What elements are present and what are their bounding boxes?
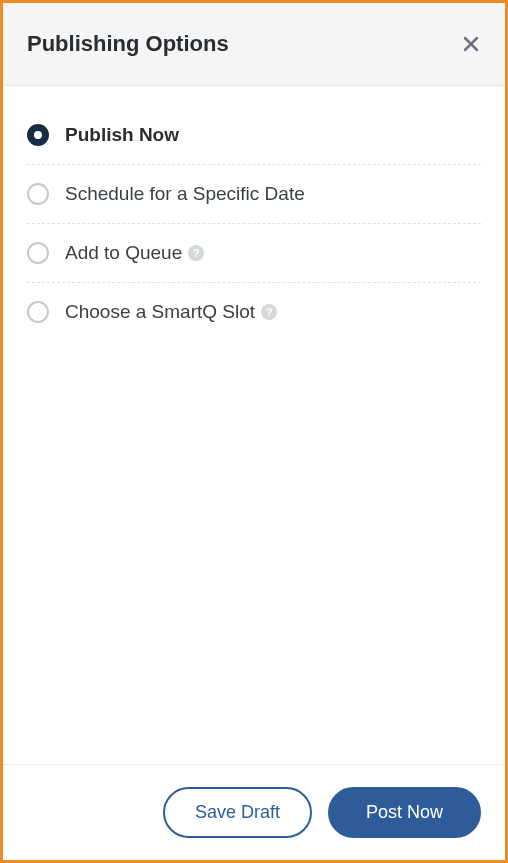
option-label: Schedule for a Specific Date: [65, 183, 305, 205]
option-label: Add to Queue: [65, 242, 182, 264]
radio-icon: [27, 124, 49, 146]
help-icon[interactable]: ?: [261, 304, 277, 320]
post-now-button[interactable]: Post Now: [328, 787, 481, 838]
save-draft-button[interactable]: Save Draft: [163, 787, 312, 838]
radio-icon: [27, 301, 49, 323]
dialog-title: Publishing Options: [27, 31, 229, 57]
option-add-to-queue[interactable]: Add to Queue ?: [27, 224, 481, 283]
help-icon[interactable]: ?: [188, 245, 204, 261]
dialog-footer: Save Draft Post Now: [3, 764, 505, 860]
option-label: Publish Now: [65, 124, 179, 146]
option-smartq-slot[interactable]: Choose a SmartQ Slot ?: [27, 283, 481, 341]
dialog-header: Publishing Options: [3, 3, 505, 86]
radio-icon: [27, 242, 49, 264]
option-label: Choose a SmartQ Slot: [65, 301, 255, 323]
option-publish-now[interactable]: Publish Now: [27, 106, 481, 165]
close-icon[interactable]: [461, 34, 481, 54]
radio-icon: [27, 183, 49, 205]
publishing-options-list: Publish Now Schedule for a Specific Date…: [3, 86, 505, 764]
option-schedule-date[interactable]: Schedule for a Specific Date: [27, 165, 481, 224]
